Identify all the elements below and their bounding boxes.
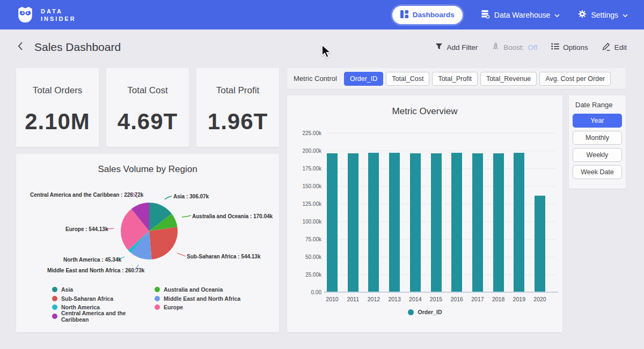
pie-slice-sub-saharan-africa[interactable]	[149, 227, 178, 259]
database-icon	[481, 10, 490, 20]
legend-dot	[52, 287, 57, 292]
bar-2012[interactable]	[368, 153, 379, 292]
rocket-icon	[492, 42, 500, 52]
kpi-card-total-cost: Total Cost 4.69T	[106, 68, 189, 147]
bar-2018[interactable]	[493, 153, 504, 292]
owl-logo-icon	[16, 5, 34, 25]
bar-2017[interactable]	[472, 153, 483, 292]
chevron-down-icon	[554, 11, 560, 19]
legend-item-europe[interactable]: Europe	[155, 303, 240, 312]
bar-2011[interactable]	[348, 153, 358, 292]
dashboards-label: Dashboards	[413, 11, 455, 19]
date-range-year-button[interactable]: Year	[573, 114, 622, 128]
bar-2014[interactable]	[410, 153, 421, 292]
y-tick: 25.00k	[305, 272, 321, 278]
filter-funnel-icon	[435, 43, 443, 51]
metric-button-total-profit[interactable]: Total_Profit	[432, 72, 478, 86]
kpi-card-total-profit: Total Profit 1.96T	[196, 68, 279, 147]
x-tick: 2019	[508, 296, 530, 302]
bar-2016[interactable]	[451, 153, 462, 292]
legend-dot	[52, 305, 57, 310]
pie-chart-legend: AsiaSub-Saharan AfricaNorth AmericaCentr…	[52, 285, 240, 321]
bar-chart-legend[interactable]: Order_ID	[287, 309, 562, 315]
x-tick: 2017	[467, 296, 488, 302]
x-tick: 2010	[321, 296, 343, 302]
legend-label: Central America and the Caribbean	[61, 310, 155, 323]
kpi-value: 1.96T	[208, 109, 268, 135]
bar-2015[interactable]	[431, 153, 442, 292]
page-header: Sales Dashboard Add Filter Boost: Off	[0, 32, 644, 62]
pie-label-central-america: Central America and the Caribbean : 226.…	[30, 192, 143, 198]
pie-label-europe: Europe : 544.13k	[65, 226, 108, 232]
metric-control-bar: Metric Control Order_ID Total_Cost Total…	[287, 68, 626, 89]
date-range-weekly-button[interactable]: Weekly	[573, 148, 622, 162]
legend-label: Australia and Oceania	[164, 286, 223, 293]
legend-item-middle-east-and-north-africa[interactable]: Middle East and North Africa	[155, 294, 240, 303]
x-tick: 2020	[529, 296, 551, 302]
y-tick: 100.00k	[302, 219, 321, 225]
y-tick: 125.00k	[302, 201, 321, 207]
x-tick: 2015	[426, 296, 447, 302]
bar-2013[interactable]	[389, 153, 400, 292]
bar-2010[interactable]	[327, 153, 338, 292]
kpi-card-total-orders: Total Orders 2.10M	[16, 68, 99, 147]
date-range-monthly-button[interactable]: Monthly	[573, 131, 622, 145]
gridline	[326, 151, 555, 151]
sales-volume-pie-card: Sales Volume by Region Central America a…	[16, 154, 279, 332]
metric-button-avg-cost[interactable]: Avg. Cost per Order	[539, 72, 611, 86]
dashboard-grid-icon	[400, 10, 408, 20]
y-tick: 150.00k	[302, 183, 321, 189]
legend-label: Europe	[164, 304, 183, 310]
date-range-panel: Date Range Year Monthly Weekly Week Date	[569, 95, 626, 189]
metric-control-label: Metric Control	[294, 75, 337, 83]
legend-dot	[155, 296, 160, 301]
back-button[interactable]	[17, 41, 24, 53]
legend-item-central-america-and-the-caribbean[interactable]: Central America and the Caribbean	[52, 312, 155, 321]
x-tick: 2012	[363, 296, 384, 302]
boost-toggle[interactable]: Boost: Off	[492, 42, 537, 52]
x-tick: 2014	[405, 296, 426, 302]
y-tick: 175.00k	[302, 166, 321, 172]
metric-button-order-id[interactable]: Order_ID	[344, 72, 383, 86]
chevron-down-icon	[623, 11, 628, 19]
date-range-week-date-button[interactable]: Week Date	[573, 165, 622, 179]
bar-chart-plot-area: 2010201120122013201420152016201720182019…	[326, 133, 555, 292]
metric-button-total-cost[interactable]: Total_Cost	[386, 72, 429, 86]
pie-label-middle-east: Middle East and North Africa : 260.73k	[47, 268, 144, 273]
legend-item-australia-and-oceania[interactable]: Australia and Oceania	[155, 285, 240, 294]
boost-status: Off	[528, 43, 537, 51]
legend-item-asia[interactable]: Asia	[52, 285, 155, 294]
legend-dot	[52, 296, 57, 301]
data-warehouse-menu[interactable]: Data Warehouse	[481, 10, 560, 20]
y-tick: 0.00	[311, 289, 321, 295]
settings-menu[interactable]: Settings	[578, 10, 628, 20]
dashboards-button[interactable]: Dashboards	[392, 6, 463, 24]
legend-label: Order_ID	[418, 309, 442, 315]
date-range-label: Date Range	[575, 101, 622, 109]
options-button[interactable]: Options	[551, 43, 588, 51]
kpi-label: Total Cost	[127, 85, 168, 96]
bar-2020[interactable]	[535, 196, 545, 292]
y-tick: 200.00k	[302, 148, 321, 154]
data-warehouse-label: Data Warehouse	[494, 11, 551, 19]
add-filter-button[interactable]: Add Filter	[435, 43, 478, 51]
metric-overview-chart-card: Metric Overview 225.00k200.00k175.00k150…	[287, 95, 562, 332]
edit-button[interactable]: Edit	[602, 42, 627, 53]
pie-label-australia-oceania: Australia and Oceania : 170.04k	[192, 213, 273, 219]
pie-label-asia: Asia : 306.07k	[173, 194, 209, 199]
list-options-icon	[551, 43, 559, 51]
legend-dot	[155, 287, 160, 292]
legend-item-sub-saharan-africa[interactable]: Sub-Saharan Africa	[52, 294, 155, 303]
brand: DATA INSIDER	[16, 5, 76, 25]
brand-line1: DATA	[41, 8, 76, 15]
x-tick: 2018	[488, 296, 509, 302]
metric-button-total-revenue[interactable]: Total_Revenue	[480, 72, 537, 86]
pie-label-sub-saharan-africa: Sub-Saharan Africa : 544.13k	[187, 254, 260, 259]
bar-2019[interactable]	[514, 153, 524, 292]
brand-line2: INSIDER	[41, 15, 76, 23]
x-tick: 2013	[384, 296, 405, 302]
kpi-label: Total Profit	[216, 85, 259, 96]
y-tick: 50.00k	[305, 254, 321, 260]
gear-icon	[578, 10, 587, 20]
settings-label: Settings	[591, 11, 618, 19]
